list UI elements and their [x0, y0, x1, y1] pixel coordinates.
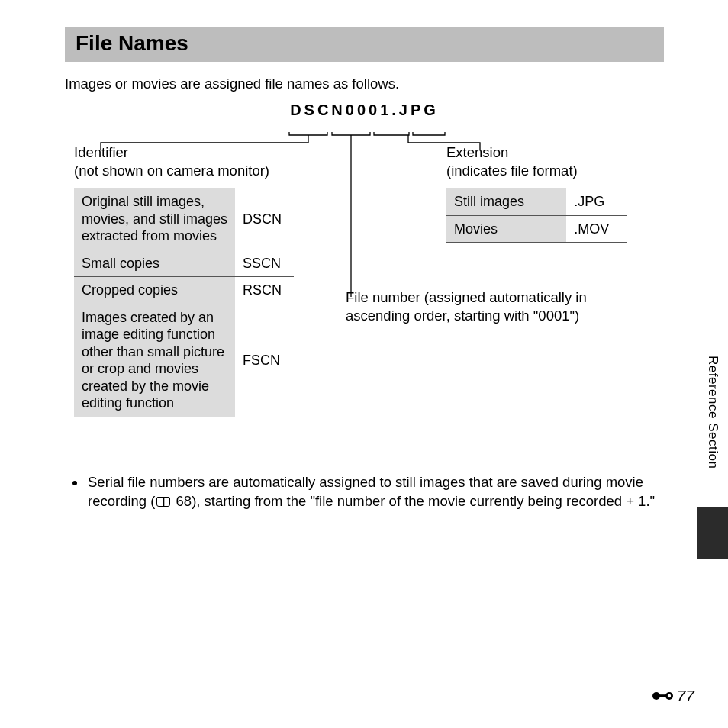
svg-point-3	[667, 694, 670, 697]
extension-desc: Movies	[446, 215, 566, 243]
extension-title: Extension	[446, 144, 508, 160]
identifier-title: Identifier	[74, 144, 128, 160]
note-text-after: ), starting from the "file number of the…	[192, 493, 655, 509]
page-number-value: 77	[677, 687, 694, 705]
file-number-label: File number (assigned automatically in a…	[346, 288, 636, 325]
extension-label: Extension (indicates file format)	[446, 143, 578, 180]
extension-subtitle: (indicates file format)	[446, 163, 578, 179]
identifier-desc: Small copies	[74, 250, 235, 277]
identifier-desc: Images created by an image editing funct…	[74, 304, 235, 417]
identifier-desc: Cropped copies	[74, 277, 235, 304]
identifier-code: RSCN	[235, 277, 294, 304]
identifier-code: DSCN	[235, 188, 294, 250]
identifier-code: SSCN	[235, 250, 294, 277]
page-number: 77	[652, 687, 694, 705]
intro-text: Images or movies are assigned file names…	[65, 76, 664, 92]
side-tab: Reference Section	[697, 354, 728, 559]
svg-rect-1	[656, 694, 667, 697]
table-row: Movies .MOV	[446, 215, 627, 243]
extension-desc: Still images	[446, 188, 566, 216]
filename-example: DSCN0001.JPG	[65, 101, 664, 119]
notes-list: Serial file numbers are automatically as…	[65, 473, 664, 511]
side-tab-label: Reference Section	[705, 356, 720, 469]
side-tab-marker	[697, 507, 728, 559]
identifier-label: Identifier (not shown on camera monitor)	[74, 143, 269, 180]
identifier-subtitle: (not shown on camera monitor)	[74, 163, 269, 179]
identifier-code: FSCN	[235, 304, 294, 417]
table-row: Original still images, movies, and still…	[74, 188, 294, 250]
section-heading-bar: File Names	[65, 27, 664, 62]
reference-section-icon	[652, 690, 674, 702]
table-row: Cropped copies RSCN	[74, 277, 294, 304]
section-heading: File Names	[76, 31, 653, 56]
table-row: Images created by an image editing funct…	[74, 304, 294, 417]
table-row: Small copies SSCN	[74, 250, 294, 277]
extension-table: Still images .JPG Movies .MOV	[446, 188, 627, 243]
identifier-desc: Original still images, movies, and still…	[74, 188, 235, 250]
filename-diagram: Identifier (not shown on camera monitor)…	[65, 143, 664, 464]
manual-ref-icon	[156, 497, 170, 507]
identifier-table: Original still images, movies, and still…	[74, 188, 294, 417]
extension-code: .JPG	[566, 188, 627, 216]
table-row: Still images .JPG	[446, 188, 627, 216]
note-page-ref: 68	[176, 493, 192, 509]
extension-code: .MOV	[566, 215, 627, 243]
note-item: Serial file numbers are automatically as…	[86, 473, 664, 511]
